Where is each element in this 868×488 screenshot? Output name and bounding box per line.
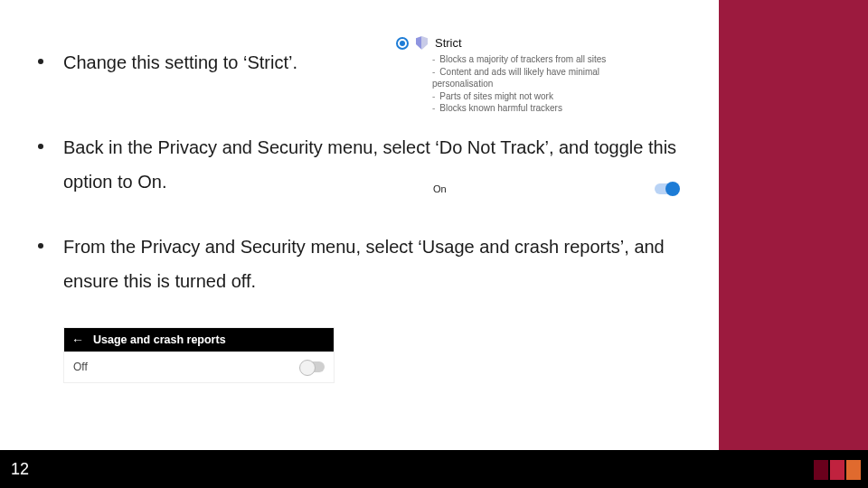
strict-line: Content and ads will likely have minimal… [432, 66, 649, 90]
strict-description-list: Blocks a majority of trackers from all s… [432, 53, 649, 115]
bottom-bar [0, 450, 868, 488]
radio-selected-icon [396, 37, 409, 50]
toggle-off-icon [301, 361, 325, 372]
strict-title: Strict [435, 36, 462, 50]
right-accent-band [719, 0, 868, 488]
back-arrow-icon: ← [71, 333, 84, 346]
strict-line: Blocks known harmful trackers [432, 102, 649, 115]
bullet-dot-icon [38, 144, 43, 149]
toggle-label: On [433, 183, 447, 194]
screenshot-usage-crash-reports: ← Usage and crash reports Off [63, 327, 335, 383]
bullet-item: From the Privacy and Security menu, sele… [38, 230, 689, 298]
screenshot-strict-option: Strict Blocks a majority of trackers fro… [396, 36, 649, 115]
logo-block-icon [830, 460, 844, 480]
logo-block-icon [846, 460, 861, 480]
strict-line: Parts of sites might not work [432, 90, 649, 103]
usage-toggle-label: Off [73, 361, 88, 373]
shield-icon [416, 36, 428, 50]
slide: Change this setting to ‘Strict’. Back in… [0, 0, 868, 488]
toggle-on-icon [655, 183, 678, 194]
screenshot-do-not-track-toggle: On [431, 179, 680, 199]
page-number: 12 [11, 460, 29, 479]
usage-header-title: Usage and crash reports [93, 333, 226, 346]
usage-header-bar: ← Usage and crash reports [64, 328, 334, 352]
strict-line: Blocks a majority of trackers from all s… [432, 53, 649, 66]
bullet-dot-icon [38, 59, 43, 64]
bullet-text: From the Privacy and Security menu, sele… [63, 230, 689, 298]
corner-logo [814, 460, 861, 480]
bullet-dot-icon [38, 243, 43, 249]
logo-block-icon [814, 460, 828, 480]
